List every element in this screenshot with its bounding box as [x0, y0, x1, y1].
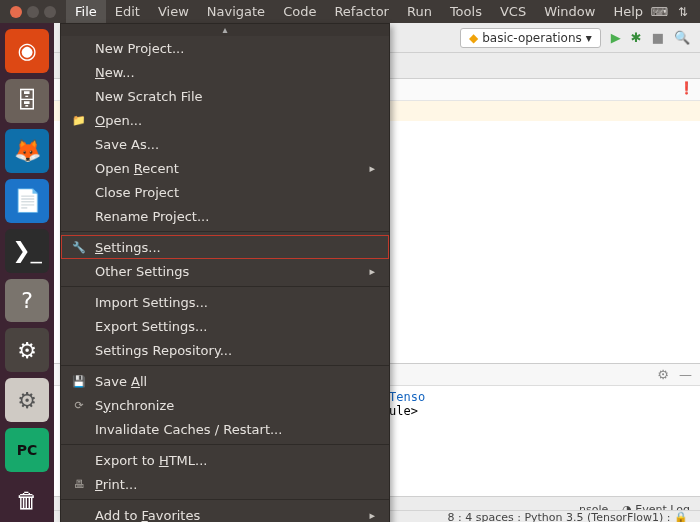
menu-item-rename-project[interactable]: Rename Project... [61, 204, 389, 228]
close-window-button[interactable] [10, 6, 22, 18]
menu-separator [61, 231, 389, 232]
menu-item-settings[interactable]: 🔧Settings... [61, 235, 389, 259]
menu-run[interactable]: Run [398, 0, 441, 23]
menu-item-label: Save All [95, 374, 367, 389]
run-config-selector[interactable]: ◆ basic-operations ▾ [460, 28, 601, 48]
menu-item-settings-repository[interactable]: Settings Repository... [61, 338, 389, 362]
menu-item-label: Add to Favorites [95, 508, 361, 523]
launcher-firefox[interactable]: 🦊 [5, 129, 49, 173]
menu-item-label: Print... [95, 477, 367, 492]
menu-item-open-recent[interactable]: Open Recent▸ [61, 156, 389, 180]
menu-item-label: Close Project [95, 185, 367, 200]
menu-item-save-all[interactable]: 💾Save All [61, 369, 389, 393]
warning-icon[interactable]: ❗ [679, 81, 694, 95]
launcher-writer[interactable]: 📄 [5, 179, 49, 223]
launcher-settings2[interactable]: ⚙ [5, 378, 49, 422]
minimize-icon[interactable]: — [679, 367, 692, 382]
save-icon: 💾 [71, 375, 87, 388]
menu-navigate[interactable]: Navigate [198, 0, 274, 23]
menu-tools[interactable]: Tools [441, 0, 491, 23]
menu-item-add-to-favorites[interactable]: Add to Favorites▸ [61, 503, 389, 522]
menu-item-close-project[interactable]: Close Project [61, 180, 389, 204]
run-button[interactable]: ▶ [611, 30, 621, 45]
menu-window[interactable]: Window [535, 0, 604, 23]
ubuntu-launcher: ◉🗄🦊📄❯_?⚙⚙PC🗑 [0, 23, 54, 522]
menu-item-print[interactable]: 🖶Print... [61, 472, 389, 496]
menu-item-label: Open... [95, 113, 367, 128]
menu-item-label: Open Recent [95, 161, 361, 176]
menu-item-label: New... [95, 65, 367, 80]
submenu-arrow-icon: ▸ [369, 265, 375, 278]
minimize-window-button[interactable] [27, 6, 39, 18]
menu-vcs[interactable]: VCS [491, 0, 535, 23]
menu-item-export-settings[interactable]: Export Settings... [61, 314, 389, 338]
launcher-pycharm[interactable]: PC [5, 428, 49, 472]
menu-item-new-scratch-file[interactable]: New Scratch File [61, 84, 389, 108]
menu-item-label: Synchronize [95, 398, 367, 413]
menu-item-label: Export Settings... [95, 319, 367, 334]
menubar: FileEditViewNavigateCodeRefactorRunTools… [0, 0, 700, 23]
print-icon: 🖶 [71, 478, 87, 491]
stop-button[interactable]: ■ [652, 30, 664, 45]
chevron-down-icon: ▾ [586, 31, 592, 45]
search-icon[interactable]: 🔍 [674, 30, 690, 45]
keyboard-icon[interactable]: ⌨ [652, 5, 666, 19]
menu-item-label: Export to HTML... [95, 453, 367, 468]
maximize-window-button[interactable] [44, 6, 56, 18]
menu-item-label: Other Settings [95, 264, 361, 279]
menu-separator [61, 444, 389, 445]
menu-view[interactable]: View [149, 0, 198, 23]
menu-item-invalidate-caches-restart[interactable]: Invalidate Caches / Restart... [61, 417, 389, 441]
launcher-dash[interactable]: ◉ [5, 29, 49, 73]
menu-item-label: Invalidate Caches / Restart... [95, 422, 367, 437]
menu-help[interactable]: Help [604, 0, 652, 23]
menu-edit[interactable]: Edit [106, 0, 149, 23]
status-col[interactable]: 8 : 4 spaces : Python 3.5 (TensorFlow1) … [448, 511, 689, 522]
folder-icon: 📁 [71, 114, 87, 127]
menu-items: FileEditViewNavigateCodeRefactorRunTools… [66, 0, 652, 23]
launcher-terminal[interactable]: ❯_ [5, 229, 49, 273]
launcher-help[interactable]: ? [5, 279, 49, 323]
network-icon[interactable]: ⇅ [676, 5, 690, 19]
menu-item-label: New Project... [95, 41, 367, 56]
sync-icon: ⟳ [71, 399, 87, 412]
menu-item-import-settings[interactable]: Import Settings... [61, 290, 389, 314]
launcher-files[interactable]: 🗄 [5, 79, 49, 123]
settings-icon[interactable]: ⚙ [657, 367, 669, 382]
menu-item-label: Settings Repository... [95, 343, 367, 358]
menu-item-other-settings[interactable]: Other Settings▸ [61, 259, 389, 283]
launcher-settings1[interactable]: ⚙ [5, 328, 49, 372]
menu-item-label: Import Settings... [95, 295, 367, 310]
file-menu: ▴ New Project...New...New Scratch File📁O… [60, 23, 390, 522]
menu-item-synchronize[interactable]: ⟳Synchronize [61, 393, 389, 417]
menu-file[interactable]: File [66, 0, 106, 23]
menu-item-label: Settings... [95, 240, 367, 255]
menu-item-new-project[interactable]: New Project... [61, 36, 389, 60]
submenu-arrow-icon: ▸ [369, 509, 375, 522]
menu-code[interactable]: Code [274, 0, 325, 23]
menu-scroll-up[interactable]: ▴ [61, 24, 389, 36]
menu-refactor[interactable]: Refactor [325, 0, 398, 23]
submenu-arrow-icon: ▸ [369, 162, 375, 175]
menu-item-open[interactable]: 📁Open... [61, 108, 389, 132]
run-config-icon: ◆ [469, 31, 478, 45]
menu-item-label: Rename Project... [95, 209, 367, 224]
menu-separator [61, 365, 389, 366]
menu-separator [61, 286, 389, 287]
window-controls [0, 6, 66, 18]
menu-separator [61, 499, 389, 500]
wrench-icon: 🔧 [71, 241, 87, 254]
run-config-label: basic-operations [482, 31, 582, 45]
menu-item-new[interactable]: New... [61, 60, 389, 84]
menu-item-label: New Scratch File [95, 89, 367, 104]
debug-button[interactable]: ✱ [631, 30, 642, 45]
menu-item-save-as[interactable]: Save As... [61, 132, 389, 156]
menu-item-label: Save As... [95, 137, 367, 152]
launcher-trash[interactable]: 🗑 [5, 478, 49, 522]
menu-item-export-to-html[interactable]: Export to HTML... [61, 448, 389, 472]
